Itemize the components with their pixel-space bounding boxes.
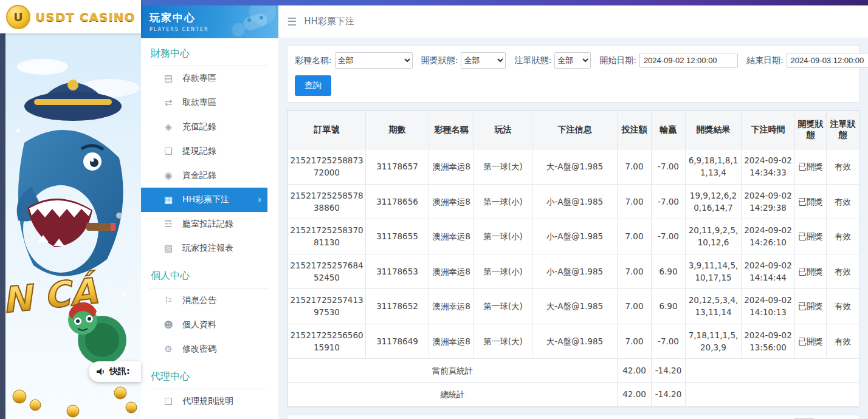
start-date-label: 開始日期: bbox=[599, 55, 636, 66]
cell-amount: 7.00 bbox=[618, 324, 652, 359]
hamburger-icon[interactable]: ☰ bbox=[287, 15, 297, 28]
cell-winloss: 6.90 bbox=[652, 289, 686, 324]
sidebar-item-recharge-record[interactable]: ◈充值記錄 bbox=[141, 115, 267, 139]
sidebar-item-announcements[interactable]: ⚐消息公告 bbox=[141, 288, 267, 313]
cell-result: 7,18,11,1,5,20,3,9 bbox=[686, 324, 742, 359]
sidebar-item-funds-record[interactable]: ◉資金記錄 bbox=[141, 163, 267, 188]
sidebar-item-label: 個人資料 bbox=[182, 319, 216, 330]
cell-result: 3,9,11,14,5,10,17,15 bbox=[686, 254, 742, 289]
main-topbar: ☰ HH彩票下注 bbox=[278, 5, 868, 38]
cell-draw_status: 已開獎 bbox=[795, 254, 827, 289]
deposit-icon: ▤ bbox=[163, 73, 174, 84]
column-header: 彩種名稱 bbox=[429, 111, 474, 149]
main-content: 彩種名稱: 全部 開獎狀態: 全部 注單狀態: 全 bbox=[278, 38, 868, 419]
column-header: 注單狀態 bbox=[827, 111, 859, 149]
cell-play: 第一球(小) bbox=[474, 219, 532, 254]
end-date-input[interactable] bbox=[787, 53, 868, 68]
cell-play: 第一球(小) bbox=[474, 184, 532, 219]
draw-status-select[interactable]: 全部 bbox=[461, 52, 506, 69]
sidebar-item-label: 資金記錄 bbox=[182, 170, 216, 181]
column-header: 開獎結果 bbox=[686, 111, 742, 149]
cell-period: 31178649 bbox=[366, 324, 429, 359]
gamepad-decoration-icon bbox=[227, 5, 276, 38]
summary-label: 當前頁統計 bbox=[288, 359, 618, 383]
summary-winloss: -14.20 bbox=[652, 359, 686, 383]
cell-result: 19,9,12,6,20,16,14,7 bbox=[686, 184, 742, 219]
sidebar-item-label: 充值記錄 bbox=[182, 121, 216, 132]
filter-panel: 彩種名稱: 全部 開獎狀態: 全部 注單狀態: 全 bbox=[287, 46, 859, 103]
cell-play: 第一球(大) bbox=[474, 149, 532, 185]
cell-lottery: 澳洲幸运8 bbox=[429, 219, 474, 254]
cell-lottery: 澳洲幸运8 bbox=[429, 289, 474, 324]
news-ticker[interactable]: 快訊: bbox=[89, 361, 141, 382]
summary-empty bbox=[686, 359, 859, 383]
cell-order_no: 2152172525887372000 bbox=[288, 149, 366, 185]
table-summary: 當前頁統計 42.00 -14.20 總統計 42.00 -14.20 bbox=[288, 359, 859, 407]
sidebar-item-player-bet-report[interactable]: ▧玩家投注報表 bbox=[141, 236, 267, 261]
cell-bet_info: 小-A盤@1.985 bbox=[532, 254, 618, 289]
summary-amount: 42.00 bbox=[618, 383, 652, 406]
logo-text: USDT CASINO bbox=[35, 10, 136, 24]
sidebar-item-label: 取款專區 bbox=[182, 97, 216, 108]
cell-bet_info: 大-A盤@1.985 bbox=[532, 149, 618, 185]
lottery-label: 彩種名稱: bbox=[295, 55, 332, 66]
sidebar-item-deposit-area[interactable]: ▤存款專區 bbox=[141, 66, 267, 90]
cell-time: 2024-09-02 14:34:33 bbox=[742, 149, 795, 185]
sidebar-item-profile[interactable]: ☻個人資料 bbox=[141, 313, 267, 337]
order-status-select[interactable]: 全部 bbox=[554, 52, 591, 69]
sidebar-item-label: 玩家投注報表 bbox=[182, 243, 233, 254]
sidebar-item-label: HH彩票下注 bbox=[182, 194, 229, 205]
sidebar-section-personal-center: 個人中心 bbox=[150, 261, 267, 288]
cell-result: 6,9,18,1,8,11,13,4 bbox=[686, 149, 742, 185]
sidebar-item-room-bet-record[interactable]: ☲廳室投註記錄 bbox=[141, 212, 267, 236]
cell-lottery: 澳洲幸运8 bbox=[429, 324, 474, 359]
sidebar-item-change-password[interactable]: ⚙修改密碼 bbox=[141, 337, 267, 361]
cell-lottery: 澳洲幸运8 bbox=[429, 149, 474, 185]
cell-bet_info: 大-A盤@1.985 bbox=[532, 289, 618, 324]
main-area: ☰ HH彩票下注 彩種名稱: 全部 開獎狀態: 全部 bbox=[278, 5, 868, 419]
start-date-input[interactable] bbox=[639, 53, 738, 68]
funds-record-icon: ◉ bbox=[163, 170, 174, 181]
sidebar-item-label: 存款專區 bbox=[182, 73, 216, 84]
cell-draw_status: 已開獎 bbox=[795, 289, 827, 324]
cell-draw_status: 已開獎 bbox=[795, 149, 827, 185]
cell-time: 2024-09-02 13:56:00 bbox=[742, 324, 795, 359]
search-button[interactable]: 查詢 bbox=[295, 75, 331, 96]
end-date-label: 結束日期: bbox=[746, 55, 784, 66]
bets-table-card: 訂單號期數彩種名稱玩法下注信息投注額輸贏開獎結果下注時間開獎狀態注單狀態 215… bbox=[287, 110, 859, 407]
cell-order_status: 有效 bbox=[827, 149, 859, 185]
lottery-bets-icon: ▦ bbox=[163, 194, 174, 205]
summary-amount: 42.00 bbox=[618, 359, 652, 383]
column-header: 輸贏 bbox=[652, 111, 686, 149]
sidebar-item-agent-rules[interactable]: ❑代理規則說明 bbox=[141, 389, 267, 414]
cell-bet_info: 大-A盤@1.985 bbox=[532, 324, 618, 359]
cell-order_status: 有效 bbox=[827, 184, 859, 219]
cell-amount: 7.00 bbox=[618, 219, 652, 254]
cell-amount: 7.00 bbox=[618, 289, 652, 324]
cell-play: 第一球(大) bbox=[474, 289, 532, 324]
cell-amount: 7.00 bbox=[618, 149, 652, 185]
cell-amount: 7.00 bbox=[618, 184, 652, 219]
sidebar-item-withdraw-area[interactable]: ⇄取款專區 bbox=[141, 90, 267, 115]
cell-order_no: 2152172525837081130 bbox=[288, 219, 366, 254]
sidebar-item-label: 消息公告 bbox=[182, 295, 216, 306]
cell-lottery: 澳洲幸运8 bbox=[429, 184, 474, 219]
table-row: 215217252588737200031178657澳洲幸运8第一球(大)大-… bbox=[288, 149, 859, 185]
sidebar-section-finance-center: 財務中心 bbox=[150, 38, 267, 66]
logo-bar: U USDT CASINO bbox=[0, 0, 141, 33]
cell-order_no: 2152172525857838860 bbox=[288, 184, 366, 219]
cell-play: 第一球(大) bbox=[474, 324, 532, 359]
sidebar-header: 玩家中心 PLAYERS CENTER bbox=[141, 5, 278, 38]
cell-play: 第一球(小) bbox=[474, 254, 532, 289]
lottery-select[interactable]: 全部 bbox=[335, 52, 413, 69]
page-title: HH彩票下注 bbox=[304, 16, 354, 27]
table-row: 215217252576845245031178653澳洲幸运8第一球(小)小-… bbox=[288, 254, 859, 289]
sidebar-item-label: 廳室投註記錄 bbox=[182, 219, 233, 230]
sidebar: 玩家中心 PLAYERS CENTER 財務中心▤存款專區⇄取款專區◈充值記錄❏… bbox=[141, 5, 278, 419]
page: U USDT CASINO bbox=[0, 0, 868, 419]
sidebar-item-withdrawal-record[interactable]: ❏提現記錄 bbox=[141, 139, 267, 163]
sidebar-item-hh-lottery-bets[interactable]: ▦HH彩票下注› bbox=[141, 188, 267, 212]
cell-bet_info: 小-A盤@1.985 bbox=[532, 219, 618, 254]
person-icon: ☻ bbox=[163, 319, 174, 330]
cell-period: 31178652 bbox=[366, 289, 429, 324]
